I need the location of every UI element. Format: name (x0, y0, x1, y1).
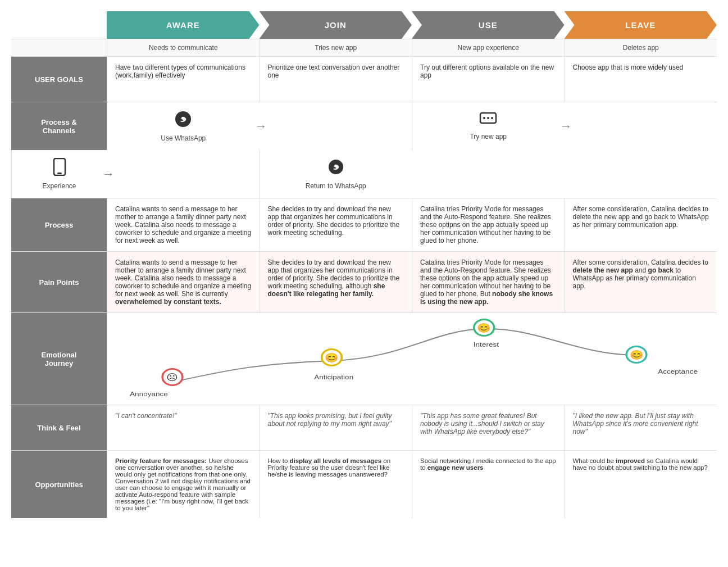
svg-text:Annoyance: Annoyance (130, 391, 168, 397)
think-feel-row: Think & Feel "I can't concentrate!" "Thi… (11, 405, 717, 450)
svg-point-5 (487, 117, 489, 119)
journey-map: AWARE JOIN USE LEAVE Needs to communicat… (0, 0, 728, 529)
pain-points-use: Catalina tries Priority Mode for message… (412, 252, 565, 312)
svg-text:Acceptance: Acceptance (658, 368, 698, 375)
subheader-use: New app experience (412, 39, 565, 56)
user-goals-join: Prioritize one text conversation over an… (260, 57, 412, 102)
arrow-1: → (260, 102, 412, 150)
svg-point-6 (491, 117, 493, 119)
channel-use: Experience (11, 150, 107, 198)
svg-rect-8 (57, 173, 62, 174)
opportunities-row: Opportunities Priority feature for messa… (11, 450, 717, 518)
channel-join: Try new app (412, 102, 565, 150)
user-goals-label: USER GOALS (11, 57, 107, 102)
subheader-empty (11, 39, 107, 56)
opportunities-label: Opportunities (11, 451, 107, 518)
opportunities-leave: What could be improved so Catalina would… (565, 451, 717, 518)
header-empty (11, 11, 107, 39)
svg-text:Interest: Interest (474, 341, 499, 348)
svg-text:Anticipation: Anticipation (314, 374, 353, 380)
process-leave: After some consideration, Catalina decid… (565, 198, 717, 251)
phase-join: JOIN (260, 11, 412, 39)
pain-points-aware: Catalina wants to send a message to her … (107, 252, 260, 312)
user-goals-row: USER GOALS Have two different types of c… (11, 56, 717, 102)
arrow-2: → (565, 102, 717, 150)
emotional-journey-canvas: ☹ Annoyance 😊 Anticipation 😊 Interest 😊 … (107, 313, 717, 405)
channel-leave: Return to WhatsApp (260, 150, 412, 198)
phase-leave: LEAVE (565, 11, 717, 39)
pain-points-join: She decides to try and download the new … (260, 252, 412, 312)
opportunities-aware: Priority feature for messages: User choo… (107, 451, 260, 518)
return-whatsapp-icon (327, 158, 345, 180)
process-use: Catalina tries Priority Mode for message… (412, 198, 565, 251)
emotional-journey-label: EmotionalJourney (11, 313, 107, 405)
subheader-join: Tries new app (260, 39, 412, 56)
subheader-aware: Needs to communicate (107, 39, 260, 56)
pain-points-leave: After some consideration, Catalina decid… (565, 252, 717, 312)
phase-header-row: AWARE JOIN USE LEAVE (11, 11, 717, 39)
user-goals-leave: Choose app that is more widely used (565, 57, 717, 102)
emotional-curve-svg: ☹ Annoyance 😊 Anticipation 😊 Interest 😊 … (107, 313, 717, 403)
opportunities-use: Social networking / media connected to t… (412, 451, 565, 518)
process-aware: Catalina wants to send a message to her … (107, 198, 260, 251)
user-goals-use: Try out different options available on t… (412, 57, 565, 102)
pain-points-row: Pain Points Catalina wants to send a mes… (11, 251, 717, 312)
think-feel-join: "This app looks promising, but I feel gu… (260, 405, 412, 450)
whatsapp-icon (174, 110, 192, 132)
think-feel-aware: "I can't concentrate!" (107, 405, 260, 450)
think-feel-leave: "I liked the new app. But I'll just stay… (565, 405, 717, 450)
pain-points-label: Pain Points (11, 252, 107, 312)
subheader-leave: Deletes app (565, 39, 717, 56)
opportunities-join: How to display all levels of messages on… (260, 451, 412, 518)
process-label: Process (11, 198, 107, 251)
process-join: She decides to try and download the new … (260, 198, 412, 251)
process-row: Process Catalina wants to send a message… (11, 198, 717, 251)
subheader-row: Needs to communicate Tries new app New a… (11, 39, 717, 56)
channel-aware: Use WhatsApp (107, 102, 260, 150)
process-channels-row: Process &Channels Use WhatsApp → (11, 102, 717, 198)
phase-aware: AWARE (107, 11, 260, 39)
arrow-3: → (107, 150, 260, 198)
phase-use: USE (412, 11, 565, 39)
new-app-icon (479, 112, 497, 130)
think-feel-use: "This app has some great features! But n… (412, 405, 565, 450)
user-goals-aware: Have two different types of communicatio… (107, 57, 260, 102)
phone-icon (53, 158, 66, 180)
emotional-journey-row: EmotionalJourney ☹ Annoyance 😊 Antici (11, 312, 717, 405)
think-feel-label: Think & Feel (11, 405, 107, 450)
process-channels-label: Process &Channels (11, 102, 107, 150)
svg-point-4 (483, 117, 485, 119)
